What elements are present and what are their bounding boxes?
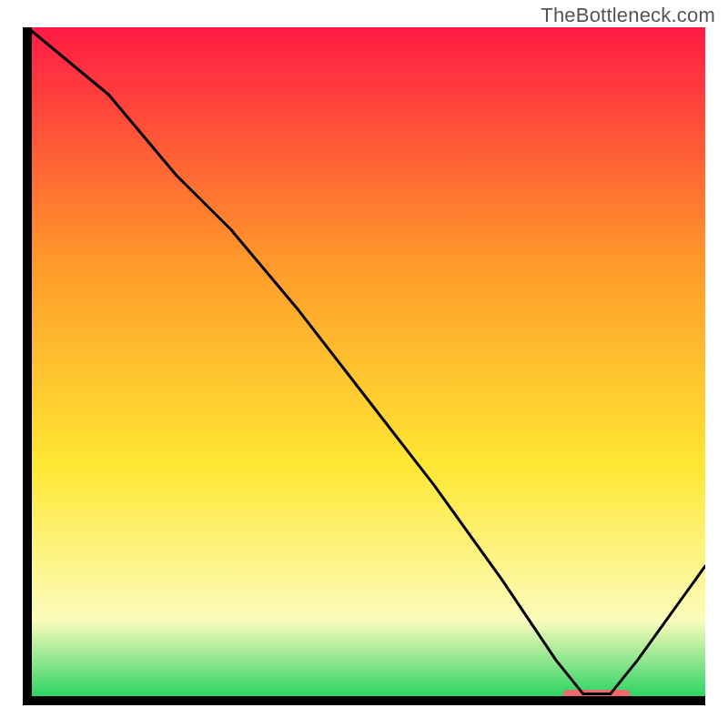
chart-svg bbox=[23, 27, 705, 705]
gradient-background bbox=[27, 27, 705, 701]
watermark-text: TheBottleneck.com bbox=[541, 4, 715, 27]
chart-plot bbox=[23, 27, 705, 705]
chart-root: TheBottleneck.com bbox=[0, 0, 728, 728]
